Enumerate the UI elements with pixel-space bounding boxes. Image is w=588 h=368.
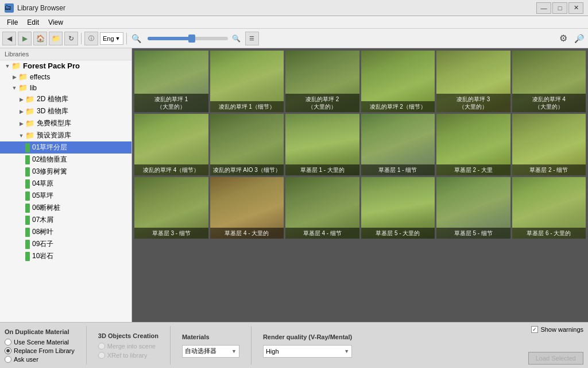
folder-icon-3d: 📁 <box>25 107 34 116</box>
ask-user-row: Ask user <box>5 356 75 363</box>
toolbar: ◀ ▶ 🏠 📁 ↻ ⓘ Eng ▼ 🔍 🔍 ☰ ⚙ 🔎 <box>0 29 588 48</box>
menu-file[interactable]: File <box>2 17 22 28</box>
green-bar-09 <box>25 240 30 249</box>
zoom-slider-thumb[interactable] <box>188 34 195 43</box>
sidebar-item-03[interactable]: 03修剪树篱 <box>0 166 131 178</box>
extra-button[interactable]: 🔎 <box>572 32 586 45</box>
grid-item-2[interactable]: 凌乱的草坪 1（细节） <box>210 51 284 112</box>
ask-user-radio[interactable] <box>5 356 11 363</box>
grid-item-3[interactable]: 凌乱的草坪 2（大里的） <box>285 51 359 112</box>
grid-item-5[interactable]: 凌乱的草坪 3（大里的） <box>436 51 510 112</box>
grid-item-17[interactable]: 草基层 5 - 细节 <box>436 177 510 239</box>
grid-label-6: 凌乱的草坪 4（大里的） <box>512 94 586 112</box>
lang-selector[interactable]: Eng ▼ <box>100 32 123 45</box>
sidebar-item-lib[interactable]: ▼ 📁 lib <box>0 82 131 93</box>
use-scene-row: Use Scene Material <box>5 339 75 346</box>
settings-button[interactable]: ⚙ <box>556 32 570 45</box>
duplicate-title: On Duplicate Material <box>5 328 75 335</box>
render-dropdown[interactable]: High ▼ <box>263 345 352 358</box>
grid-area[interactable]: 凌乱的草坪 1（大里的） 凌乱的草坪 1（细节） 凌乱的草坪 2（大里的） 凌乱… <box>132 48 588 322</box>
sidebar-item-04[interactable]: 04草原 <box>0 178 131 190</box>
zoom-slider-fill <box>148 37 192 40</box>
ask-user-label: Ask user <box>14 356 38 363</box>
sidebar-item-01[interactable]: 01草坪分层 <box>0 141 131 154</box>
home-button[interactable]: 🏠 <box>33 32 47 45</box>
grid-label-12: 草基层 2 - 细节 <box>512 164 586 175</box>
forward-button[interactable]: ▶ <box>18 32 32 45</box>
sidebar-header: Libraries <box>0 48 131 60</box>
minimize-button[interactable]: — <box>536 2 551 14</box>
materials-dropdown-arrow: ▼ <box>231 348 237 354</box>
grid-item-12[interactable]: 草基层 2 - 细节 <box>512 114 586 175</box>
grid-label-7: 凌乱的草坪 4（细节） <box>134 164 208 175</box>
replace-lib-label: Replace From Library <box>14 347 75 354</box>
sidebar-item-forest-pack-pro[interactable]: ▼ 📁 Forest Pack Pro <box>0 60 131 71</box>
right-panel: Show warnings Load Selected <box>528 326 583 365</box>
grid-item-6[interactable]: 凌乱的草坪 4（大里的） <box>512 51 586 112</box>
grid-item-14[interactable]: 草基层 4 - 大里的 <box>210 177 284 239</box>
sidebar-item-09[interactable]: 09石子 <box>0 238 131 250</box>
grid-item-7[interactable]: 凌乱的草坪 4（细节） <box>134 114 208 175</box>
grid-label-2: 凌乱的草坪 1（细节） <box>210 101 284 112</box>
separator-v-1 <box>86 326 87 365</box>
sidebar-item-02[interactable]: 02植物垂直 <box>0 154 131 166</box>
sidebar-item-3d[interactable]: ▶ 📁 3D 植物库 <box>0 105 131 117</box>
expand-arrow-preset: ▼ <box>18 133 24 139</box>
grid-item-15[interactable]: 草基层 4 - 细节 <box>285 177 359 239</box>
folder-icon-2d: 📁 <box>25 95 34 103</box>
grid-item-11[interactable]: 草基层 2 - 大里 <box>436 114 510 175</box>
green-bar-10 <box>25 252 30 261</box>
expand-arrow-lib: ▼ <box>11 85 17 91</box>
materials-dropdown[interactable]: 自动选择器 ▼ <box>182 345 239 358</box>
replace-lib-radio[interactable] <box>5 347 11 354</box>
duplicate-material-section: On Duplicate Material Use Scene Material… <box>5 326 75 365</box>
show-warnings-checkbox[interactable] <box>531 326 538 333</box>
expand-arrow-free: ▶ <box>18 121 24 126</box>
sidebar-item-effects[interactable]: ▶ 📁 effects <box>0 71 131 82</box>
sidebar-item-05[interactable]: 05草坪 <box>0 190 131 202</box>
materials-section: Materials 自动选择器 ▼ <box>182 326 239 365</box>
green-bar-05 <box>25 191 30 201</box>
main-content: Libraries ▼ 📁 Forest Pack Pro ▶ 📁 effect… <box>0 48 588 322</box>
grid-item-18[interactable]: 草基层 6 - 大里的 <box>512 177 586 239</box>
close-button[interactable]: ✕ <box>568 2 583 14</box>
grid-item-1[interactable]: 凌乱的草坪 1（大里的） <box>134 51 208 112</box>
sidebar-item-preset[interactable]: ▼ 📁 预设资源库 <box>0 129 131 141</box>
menu-edit[interactable]: Edit <box>22 17 44 28</box>
maximize-button[interactable]: □ <box>552 2 567 14</box>
grid-label-16: 草基层 5 - 大里的 <box>361 228 435 239</box>
grid-item-9[interactable]: 草基层 1 - 大里的 <box>285 114 359 175</box>
xref-library-label: XRef to library <box>107 352 148 359</box>
separator-1 <box>81 33 82 44</box>
sidebar-item-free[interactable]: ▶ 📁 免费模型库 <box>0 117 131 129</box>
green-bar-07 <box>25 216 30 225</box>
grid-item-8[interactable]: 凌乱的草坪 AIO 3（细节） <box>210 114 284 175</box>
menu-view[interactable]: View <box>44 17 68 28</box>
grid-label-10: 草基层 1 - 细节 <box>361 164 435 175</box>
title-bar: 🗂 Library Browser — □ ✕ <box>0 0 588 16</box>
grid-label-3: 凌乱的草坪 2（大里的） <box>285 94 359 112</box>
sidebar-item-10[interactable]: 10岩石 <box>0 250 131 262</box>
back-button[interactable]: ◀ <box>2 32 16 45</box>
refresh-button[interactable]: ↻ <box>64 32 78 45</box>
grid-item-4[interactable]: 凌乱的草坪 2（细节） <box>361 51 435 112</box>
merge-scene-radio <box>98 343 105 350</box>
zoom-slider-track[interactable] <box>148 37 228 40</box>
menu-bar: File Edit View <box>0 16 588 29</box>
use-scene-radio[interactable] <box>5 339 11 346</box>
grid-item-16[interactable]: 草基层 5 - 大里的 <box>361 177 435 239</box>
info-button[interactable]: ⓘ <box>84 32 98 45</box>
xref-library-row: XRef to library <box>98 352 158 359</box>
list-view-button[interactable]: ☰ <box>245 32 259 45</box>
sidebar-item-06[interactable]: 06断树桩 <box>0 202 131 214</box>
sidebar-item-07[interactable]: 07木屑 <box>0 214 131 226</box>
bottom-panel: On Duplicate Material Use Scene Material… <box>0 322 588 368</box>
grid-item-13[interactable]: 草基层 3 - 细节 <box>134 177 208 239</box>
sidebar-item-2d[interactable]: ▶ 📁 2D 植物库 <box>0 93 131 105</box>
grid-item-10[interactable]: 草基层 1 - 细节 <box>361 114 435 175</box>
folder-button[interactable]: 📁 <box>49 32 63 45</box>
load-selected-button: Load Selected <box>528 352 583 365</box>
sidebar-item-08[interactable]: 08树叶 <box>0 226 131 238</box>
lang-arrow: ▼ <box>115 36 121 41</box>
render-section: Render quality (V-Ray/Mental) High ▼ <box>263 326 352 365</box>
